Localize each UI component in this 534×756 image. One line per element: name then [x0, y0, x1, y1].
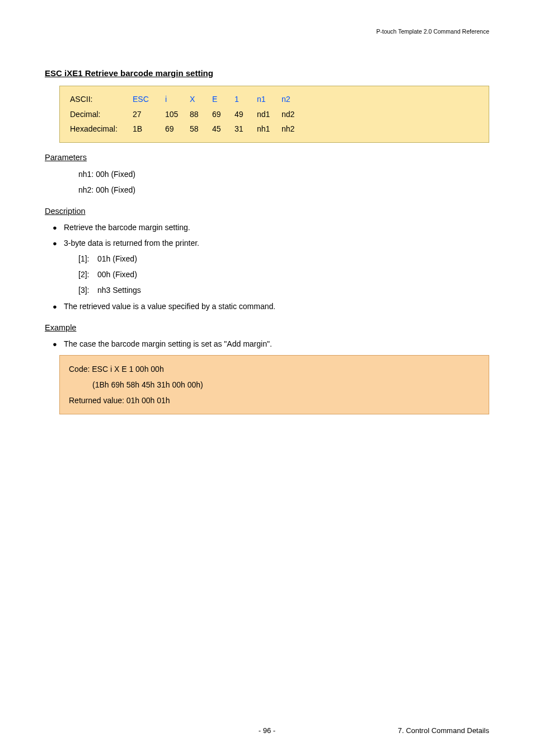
desc-numbered: [1]: 01h (Fixed) — [78, 251, 489, 267]
num-label: [1]: — [78, 251, 97, 267]
code-cell: n1 — [257, 92, 282, 107]
code-cell: E — [212, 92, 235, 107]
bullet-icon: ● — [53, 337, 64, 352]
code-cell: 69 — [165, 122, 190, 137]
example-bullet: ● The case the barcode margin setting is… — [53, 337, 489, 352]
code-row-label: Decimal: — [70, 107, 133, 122]
param-line: nh1: 00h (Fixed) — [78, 166, 489, 182]
code-cell: nh1 — [257, 122, 282, 137]
desc-numbered: [2]: 00h (Fixed) — [78, 267, 489, 282]
num-label: [2]: — [78, 267, 97, 282]
desc-bullet-text: Retrieve the barcode margin setting. — [64, 220, 489, 235]
description-heading: Description — [45, 207, 489, 216]
code-cell: X — [190, 92, 212, 107]
example-line: Code: ESC i X E 1 00h 00h — [69, 361, 480, 377]
code-row-label: Hexadecimal: — [70, 122, 133, 137]
example-bullet-text: The case the barcode margin setting is s… — [64, 337, 489, 352]
code-cell: 105 — [165, 107, 190, 122]
num-text: 00h (Fixed) — [97, 267, 137, 282]
code-cell: 49 — [235, 107, 257, 122]
code-cell: 45 — [212, 122, 235, 137]
page-number: - 96 - — [45, 726, 489, 735]
bullet-icon: ● — [53, 236, 64, 251]
bullet-icon: ● — [53, 220, 64, 235]
example-heading: Example — [45, 323, 489, 332]
num-text: 01h (Fixed) — [97, 251, 137, 267]
code-cell: 27 — [133, 107, 165, 122]
desc-bullet-text: The retrieved value is a value specified… — [64, 299, 489, 314]
desc-bullet: ● Retrieve the barcode margin setting. — [53, 220, 489, 235]
example-line: Returned value: 01h 00h 01h — [69, 393, 480, 408]
code-cell: 1B — [133, 122, 165, 137]
desc-bullet: ● 3-byte data is returned from the print… — [53, 236, 489, 251]
code-row-hex: Hexadecimal: 1B 69 58 45 31 nh1 nh2 — [70, 122, 479, 137]
code-cell: ESC — [133, 92, 165, 107]
num-label: [3]: — [78, 282, 97, 298]
parameters-block: nh1: 00h (Fixed) nh2: 00h (Fixed) — [78, 166, 489, 198]
code-table: ASCII: ESC i X E 1 n1 n2 Decimal: 27 105… — [59, 86, 489, 143]
code-cell: 1 — [235, 92, 257, 107]
code-cell: 31 — [235, 122, 257, 137]
code-cell: nd1 — [257, 107, 282, 122]
page-footer: - 96 - 7. Control Command Details — [45, 726, 489, 735]
code-cell: i — [165, 92, 190, 107]
doc-header: P-touch Template 2.0 Command Reference — [45, 28, 489, 35]
example-box: Code: ESC i X E 1 00h 00h (1Bh 69h 58h 4… — [59, 355, 489, 414]
section-title: ESC iXE1 Retrieve barcode margin setting — [45, 68, 489, 78]
code-cell: 88 — [190, 107, 212, 122]
desc-bullet-text: 3-byte data is returned from the printer… — [64, 236, 489, 251]
example-line: (1Bh 69h 58h 45h 31h 00h 00h) — [92, 377, 480, 393]
code-cell: 69 — [212, 107, 235, 122]
code-row-label: ASCII: — [70, 92, 133, 107]
code-row-decimal: Decimal: 27 105 88 69 49 nd1 nd2 — [70, 107, 479, 122]
desc-bullet: ● The retrieved value is a value specifi… — [53, 299, 489, 314]
param-line: nh2: 00h (Fixed) — [78, 182, 489, 198]
code-cell: nh2 — [282, 122, 306, 137]
desc-numbered: [3]: nh3 Settings — [78, 282, 489, 298]
parameters-heading: Parameters — [45, 153, 489, 162]
code-cell: n2 — [282, 92, 306, 107]
code-cell: nd2 — [282, 107, 306, 122]
code-row-ascii: ASCII: ESC i X E 1 n1 n2 — [70, 92, 479, 107]
code-cell: 58 — [190, 122, 212, 137]
num-text: nh3 Settings — [97, 282, 141, 298]
bullet-icon: ● — [53, 299, 64, 314]
